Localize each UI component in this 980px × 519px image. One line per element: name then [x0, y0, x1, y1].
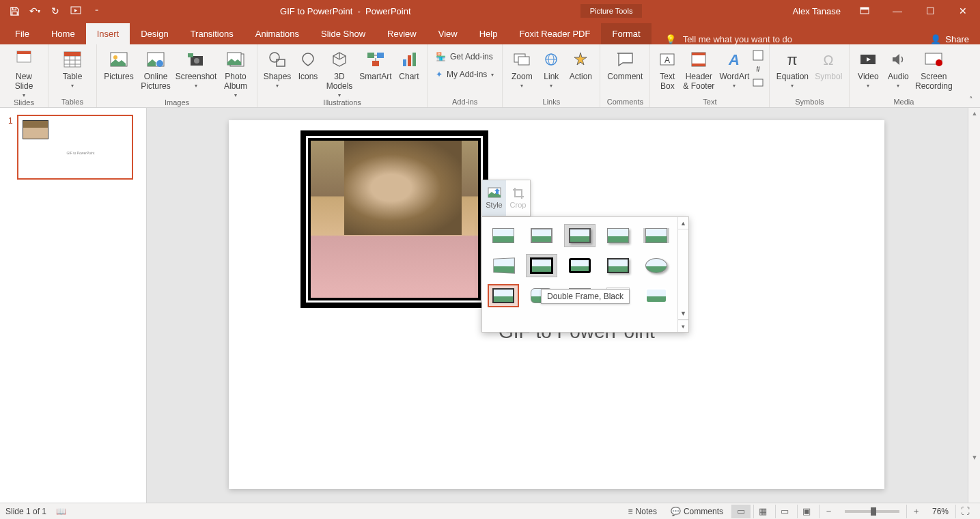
share-button[interactable]: 👤 Share [919, 34, 980, 44]
slide-sorter-view-icon[interactable]: ▦ [753, 505, 772, 518]
spell-check-icon[interactable]: 📖 [56, 507, 66, 516]
comment-button[interactable]: Comment [604, 46, 645, 81]
audio-button[interactable]: Audio▾ [884, 46, 912, 89]
user-name[interactable]: Alex Tanase [792, 6, 841, 16]
close-icon[interactable]: ✕ [947, 0, 979, 22]
action-button[interactable]: Action [565, 46, 596, 81]
date-time-icon[interactable] [753, 50, 765, 62]
tab-foxit[interactable]: Foxit Reader PDF [508, 23, 601, 44]
redo-icon[interactable]: ↻ [46, 2, 64, 20]
get-addins-button[interactable]: 🏪Get Add-ins [432, 48, 498, 65]
more-options-icon[interactable]: ▾ [678, 320, 688, 332]
tab-format[interactable]: Format [601, 23, 651, 44]
style-option[interactable] [564, 224, 596, 247]
start-from-beginning-icon[interactable] [67, 2, 85, 20]
tell-me-search[interactable]: 💡 Tell me what you want to do [652, 34, 806, 44]
icons-button[interactable]: Icons [294, 46, 322, 81]
screen-recording-button[interactable]: Screen Recording [914, 46, 953, 91]
table-button[interactable]: Table▾ [53, 46, 92, 89]
object-icon[interactable] [753, 77, 765, 89]
scroll-up-icon[interactable]: ▲ [678, 217, 688, 229]
header-footer-button[interactable]: Header & Footer [682, 46, 716, 91]
collapse-ribbon-icon[interactable]: ˄ [965, 94, 977, 106]
symbol-button: ΩSymbol [812, 46, 845, 81]
fit-to-window-icon[interactable]: ⛶ [955, 505, 975, 518]
style-option[interactable] [488, 224, 519, 247]
gallery-scrollbar[interactable]: ▲ ▼ ▾ [677, 217, 688, 332]
slide-edit-area[interactable]: GIF to PowerPoint Style Crop [147, 108, 980, 503]
shapes-button[interactable]: Shapes▾ [262, 46, 293, 89]
vertical-scrollbar[interactable]: ▲ ▼ [968, 108, 980, 503]
tab-view[interactable]: View [428, 23, 468, 44]
pictures-button[interactable]: Pictures [101, 46, 137, 81]
style-option[interactable] [641, 284, 672, 307]
slide-number-icon[interactable]: # [753, 64, 765, 76]
video-button[interactable]: Video▾ [854, 46, 882, 89]
smartart-button[interactable]: SmartArt [357, 46, 394, 81]
style-option[interactable] [488, 254, 519, 277]
comments-button[interactable]: 💬Comments [665, 505, 729, 518]
wordart-button[interactable]: AWordArt▾ [717, 46, 751, 89]
minimize-icon[interactable]: — [882, 0, 913, 22]
scroll-down-icon[interactable]: ▼ [678, 307, 688, 320]
style-option-double-frame-black[interactable] [526, 254, 557, 277]
chart-button[interactable]: Chart [395, 46, 423, 81]
smartart-icon [365, 48, 387, 70]
style-option-selected[interactable] [488, 284, 519, 307]
tab-home[interactable]: Home [40, 23, 86, 44]
style-option[interactable] [564, 254, 596, 277]
slide-thumbnail-pane[interactable]: 1 GIF to PowerPoint [0, 108, 147, 503]
zoom-level[interactable]: 76% [928, 507, 953, 516]
notes-button[interactable]: ≡Notes [623, 505, 662, 518]
shapes-icon [266, 48, 288, 70]
tab-file[interactable]: File [4, 23, 40, 44]
tooltip: Double Frame, Black [541, 289, 630, 304]
tab-review[interactable]: Review [376, 23, 428, 44]
3d-models-button[interactable]: 3D Models▾ [323, 46, 356, 98]
style-option[interactable] [526, 224, 557, 247]
slide-counter[interactable]: Slide 1 of 1 [5, 507, 46, 516]
reading-view-icon[interactable]: ▭ [775, 505, 794, 518]
scroll-down-icon[interactable]: ▼ [970, 453, 979, 462]
svg-rect-4 [17, 51, 31, 54]
text-box-button[interactable]: AText Box [654, 46, 680, 91]
crop-button[interactable]: Crop [506, 180, 530, 216]
zoom-slider[interactable] [845, 510, 899, 513]
undo-icon[interactable]: ↶▾ [26, 2, 44, 20]
equation-button[interactable]: πEquation▾ [774, 46, 811, 89]
link-button[interactable]: Link▾ [538, 46, 564, 89]
scroll-up-icon[interactable]: ▲ [970, 109, 979, 117]
customize-qat-icon[interactable]: ⁼ [87, 2, 105, 20]
new-slide-button[interactable]: New Slide▾ [4, 46, 44, 98]
group-label-tables: Tables [61, 98, 83, 107]
zoom-out-button[interactable]: − [819, 505, 838, 518]
style-option[interactable] [602, 224, 634, 247]
tab-animations[interactable]: Animations [244, 23, 310, 44]
normal-view-icon[interactable]: ▭ [731, 505, 751, 518]
photo-album-button[interactable]: Photo Album▾ [219, 46, 253, 98]
ribbon-display-options-icon[interactable] [849, 0, 880, 22]
style-option[interactable] [602, 254, 634, 277]
my-addins-button[interactable]: ✦My Add-ins ▾ [432, 66, 498, 83]
svg-rect-6 [64, 52, 81, 56]
style-button[interactable]: Style [482, 180, 506, 216]
zoom-button[interactable]: Zoom▾ [507, 46, 537, 89]
comment-icon [614, 48, 636, 70]
slide-thumbnail[interactable]: 1 GIF to PowerPoint [8, 115, 138, 180]
save-icon[interactable] [5, 2, 23, 20]
style-option[interactable] [641, 254, 672, 277]
tab-insert[interactable]: Insert [86, 23, 130, 44]
tab-transitions[interactable]: Transitions [180, 23, 244, 44]
slideshow-view-icon[interactable]: ▣ [797, 505, 816, 518]
tab-design[interactable]: Design [130, 23, 179, 44]
slide-canvas[interactable]: GIF to PowerPoint Style Crop [229, 120, 884, 489]
picture-object[interactable] [300, 130, 488, 308]
tab-slideshow[interactable]: Slide Show [310, 23, 376, 44]
zoom-in-button[interactable]: + [906, 505, 925, 518]
online-pictures-button[interactable]: Online Pictures [138, 46, 173, 91]
tab-help[interactable]: Help [468, 23, 509, 44]
style-option[interactable] [641, 224, 672, 247]
audio-icon [887, 48, 909, 70]
screenshot-button[interactable]: Screenshot▾ [175, 46, 217, 89]
maximize-icon[interactable]: ☐ [914, 0, 946, 22]
